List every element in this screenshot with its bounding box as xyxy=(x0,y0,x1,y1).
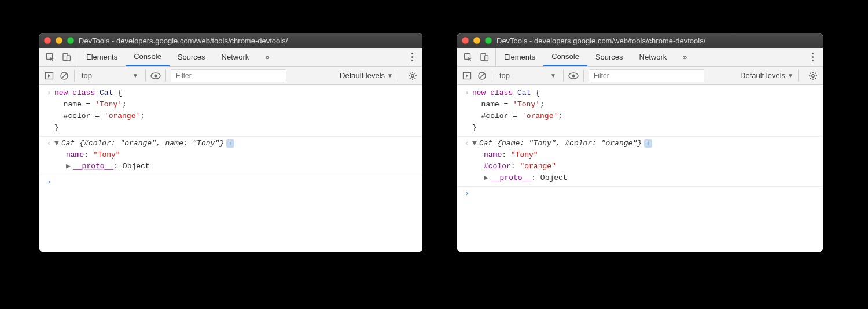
tab-label: Elements xyxy=(504,53,535,61)
more-menu-icon[interactable] xyxy=(408,53,417,61)
live-expression-icon[interactable] xyxy=(150,71,161,81)
output-icon: ‹ xyxy=(44,138,54,172)
svg-point-24 xyxy=(572,74,575,77)
log-levels-selector[interactable]: Default levels ▼ xyxy=(340,71,393,80)
tab-network[interactable]: Network xyxy=(631,48,675,66)
tab-label: Network xyxy=(639,53,667,61)
tab-label: Elements xyxy=(86,53,117,61)
svg-line-13 xyxy=(410,73,411,74)
tab-label: Sources xyxy=(595,53,623,61)
filter-input[interactable] xyxy=(589,69,704,82)
svg-line-30 xyxy=(810,73,811,74)
input-code[interactable]: new class Cat { name = 'Tony'; #color = … xyxy=(54,87,145,134)
tab-console[interactable]: Console xyxy=(126,48,170,66)
minimize-icon[interactable] xyxy=(473,37,480,44)
devtools-window: DevTools - developers.google.com/web/too… xyxy=(457,33,823,252)
console-input-row: › new class Cat { name = 'Tony'; #color … xyxy=(457,87,823,137)
tabs-overflow[interactable]: » xyxy=(675,48,695,66)
svg-point-8 xyxy=(411,74,414,76)
sidebar-toggle-icon[interactable] xyxy=(44,71,54,81)
chevron-down-icon: ▼ xyxy=(788,72,793,79)
clear-console-icon[interactable] xyxy=(477,71,487,81)
class-name: Cat xyxy=(61,139,79,148)
output-object[interactable]: ▼Cat {#color: "orange", name: "Tony"}i n… xyxy=(54,138,234,172)
devtools-tabs: Elements Console Sources Network » xyxy=(457,48,823,67)
svg-line-32 xyxy=(810,78,811,79)
svg-rect-19 xyxy=(485,56,488,61)
settings-icon[interactable] xyxy=(407,71,418,81)
live-expression-icon[interactable] xyxy=(568,71,579,81)
svg-line-5 xyxy=(62,73,67,78)
levels-label: Default levels xyxy=(740,71,785,80)
clear-console-icon[interactable] xyxy=(59,71,69,81)
prop-value: "orange" xyxy=(520,162,556,171)
svg-line-14 xyxy=(414,78,415,79)
proto-key: __proto__ xyxy=(73,162,113,171)
console-prompt-row[interactable]: › xyxy=(457,188,823,200)
device-icon[interactable] xyxy=(479,52,490,62)
disclosure-triangle-icon[interactable]: ▼ xyxy=(472,138,479,149)
context-selector[interactable]: top ▼ xyxy=(79,70,141,81)
svg-line-33 xyxy=(815,73,816,74)
window-title: DevTools - developers.google.com/web/too… xyxy=(79,36,418,45)
output-object[interactable]: ▼Cat {name: "Tony", #color: "orange"}i n… xyxy=(472,138,652,184)
tab-console[interactable]: Console xyxy=(543,48,587,66)
more-menu-icon[interactable] xyxy=(808,53,817,61)
info-icon[interactable]: i xyxy=(644,139,652,148)
svg-line-31 xyxy=(815,78,816,79)
zoom-icon[interactable] xyxy=(485,37,492,44)
input-code[interactable]: new class Cat { name = 'Tony'; #color = … xyxy=(472,87,562,134)
disclosure-triangle-icon[interactable]: ▼ xyxy=(54,138,61,149)
devtools-window: DevTools - developers.google.com/web/too… xyxy=(39,33,422,252)
console-toolbar: top ▼ Default levels ▼ xyxy=(39,67,422,85)
tab-sources[interactable]: Sources xyxy=(170,48,214,66)
filter-input[interactable] xyxy=(171,69,286,82)
inspect-icon[interactable] xyxy=(463,52,473,62)
close-icon[interactable] xyxy=(462,37,469,44)
prompt-icon: › xyxy=(462,188,472,200)
window-title: DevTools - developers.google.com/web/too… xyxy=(496,36,818,45)
console-body: › new class Cat { name = 'Tony'; #color … xyxy=(457,85,823,252)
info-icon[interactable]: i xyxy=(226,139,234,148)
minimize-icon[interactable] xyxy=(56,37,62,44)
chevron-down-icon: ▼ xyxy=(550,72,556,79)
tab-network[interactable]: Network xyxy=(214,48,258,66)
prop-key: name xyxy=(484,150,502,159)
console-body: › new class Cat { name = 'Tony'; #color … xyxy=(39,85,422,252)
close-icon[interactable] xyxy=(44,37,51,44)
prop-value: "Tony" xyxy=(511,150,538,159)
prop-value: "Tony" xyxy=(93,150,120,159)
titlebar[interactable]: DevTools - developers.google.com/web/too… xyxy=(457,33,823,48)
device-icon[interactable] xyxy=(61,52,72,62)
settings-icon[interactable] xyxy=(808,71,818,81)
svg-line-15 xyxy=(410,78,411,79)
sidebar-toggle-icon[interactable] xyxy=(462,71,472,81)
prompt-icon: › xyxy=(44,87,54,134)
inspect-icon[interactable] xyxy=(45,52,56,62)
window-controls xyxy=(462,37,492,44)
console-prompt-row[interactable]: › xyxy=(39,176,422,188)
zoom-icon[interactable] xyxy=(67,37,74,44)
context-label: top xyxy=(499,71,510,80)
prompt-icon: › xyxy=(44,176,54,188)
chevron-down-icon: ▼ xyxy=(133,72,138,79)
proto-value: Object xyxy=(540,174,568,182)
console-output-row: ‹ ▼Cat {name: "Tony", #color: "orange"}i… xyxy=(457,138,823,187)
chevron-down-icon: ▼ xyxy=(387,72,393,79)
log-levels-selector[interactable]: Default levels ▼ xyxy=(740,71,793,80)
context-label: top xyxy=(82,71,92,80)
output-icon: ‹ xyxy=(462,138,472,184)
prop-key: name xyxy=(66,150,84,159)
tab-elements[interactable]: Elements xyxy=(78,48,126,66)
tabs-overflow[interactable]: » xyxy=(257,48,277,66)
tab-label: Console xyxy=(134,52,161,61)
context-selector[interactable]: top ▼ xyxy=(497,70,558,81)
disclosure-triangle-icon[interactable]: ▶ xyxy=(484,172,491,184)
tab-elements[interactable]: Elements xyxy=(496,48,543,66)
tab-sources[interactable]: Sources xyxy=(587,48,631,66)
proto-value: Object xyxy=(123,162,150,171)
disclosure-triangle-icon[interactable]: ▶ xyxy=(66,161,73,172)
prompt-icon: › xyxy=(462,87,472,134)
svg-line-16 xyxy=(414,73,415,74)
titlebar[interactable]: DevTools - developers.google.com/web/too… xyxy=(39,33,422,48)
